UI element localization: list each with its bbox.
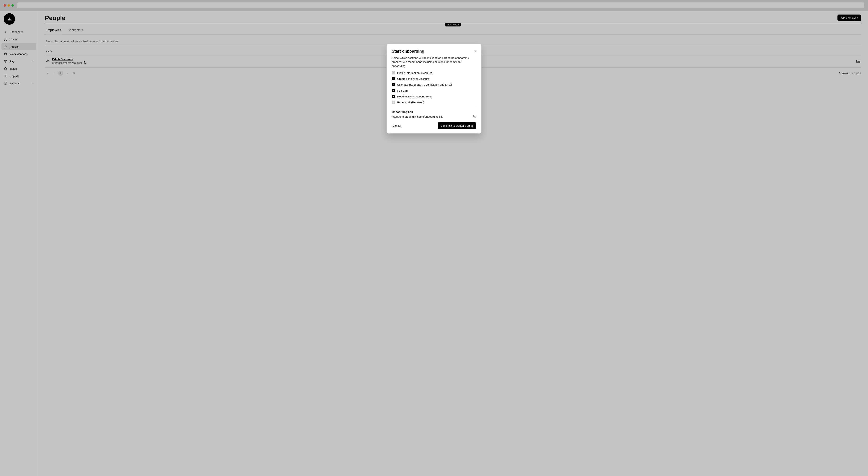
modal-description: Select which sections will be included a… <box>392 56 476 68</box>
onboarding-link-row: https://onboardinglink.com/onboardinglin… <box>392 115 476 119</box>
onboarding-link-url: https://onboardinglink.com/onboardinglin… <box>392 115 443 118</box>
check-label: Profile Information (Required) <box>397 71 433 74</box>
checkbox-disabled <box>392 71 395 74</box>
check-label: Scan IDs (Supports I-9 verification and … <box>397 83 452 86</box>
onboarding-modal: Start onboarding Select which sections w… <box>386 44 482 133</box>
modal-overlay[interactable]: Start onboarding Select which sections w… <box>0 0 868 476</box>
send-link-button[interactable]: Send link to worker's email <box>438 122 476 129</box>
modal-separator <box>392 107 476 107</box>
cancel-button[interactable]: Cancel <box>392 123 402 129</box>
check-label: Paperwork (Required) <box>397 101 424 104</box>
check-profile-information: Profile Information (Required) <box>392 71 476 74</box>
checkbox-checked[interactable] <box>392 77 395 81</box>
modal-header: Start onboarding <box>392 49 476 54</box>
check-create-employee-account[interactable]: Create Employee Account <box>392 77 476 81</box>
copy-link-icon[interactable] <box>473 115 476 119</box>
check-scan-ids[interactable]: Scan IDs (Supports I-9 verification and … <box>392 83 476 86</box>
close-icon[interactable] <box>473 49 476 53</box>
check-bank-account[interactable]: Require Bank Account Setup <box>392 95 476 98</box>
check-label: I-9 Form <box>397 89 408 92</box>
checkbox-checked[interactable] <box>392 89 395 92</box>
checkbox-disabled <box>392 101 395 104</box>
onboarding-link-label: Onboarding link <box>392 110 476 114</box>
check-label: Require Bank Account Setup <box>397 95 433 98</box>
check-paperwork: Paperwork (Required) <box>392 101 476 104</box>
check-i9-form[interactable]: I-9 Form <box>392 89 476 92</box>
onboarding-options: Profile Information (Required) Create Em… <box>392 71 476 104</box>
modal-title: Start onboarding <box>392 49 424 54</box>
check-label: Create Employee Account <box>397 77 429 81</box>
checkbox-checked[interactable] <box>392 83 395 86</box>
checkbox-checked[interactable] <box>392 95 395 98</box>
modal-actions: Cancel Send link to worker's email <box>392 122 476 129</box>
